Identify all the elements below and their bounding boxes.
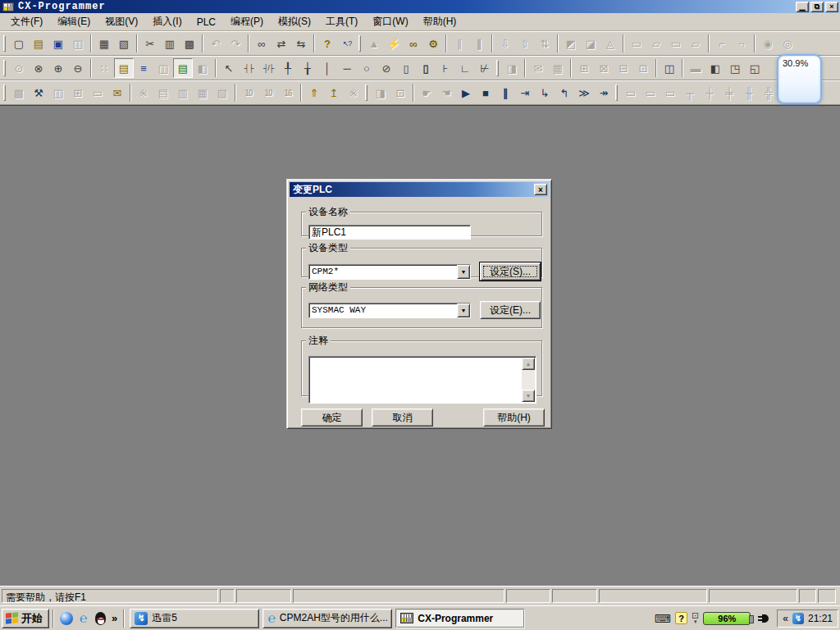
open-project-icon[interactable]: ▤ <box>29 34 48 53</box>
compile-all-icon[interactable]: ▩ <box>9 83 29 103</box>
io-comment-view-1-icon[interactable]: ▭ <box>621 83 641 103</box>
program-mode-icon[interactable]: ◬ <box>600 34 620 53</box>
window-io-table-icon[interactable]: ▱ <box>646 34 666 53</box>
work-bit-grid-1-icon[interactable]: ┬ <box>680 83 700 103</box>
edit-annotation-icon[interactable]: ⊠ <box>594 58 614 78</box>
io-comment-view-2-icon[interactable]: ▭ <box>641 83 660 103</box>
work-bit-grid-5-icon[interactable]: ╬ <box>759 83 778 103</box>
goto-rung-icon[interactable]: ※ <box>344 83 363 103</box>
new-closed-contact-icon[interactable]: ┤/├ <box>258 58 278 78</box>
pause-monitoring-icon[interactable]: ∥ <box>450 34 469 53</box>
tray-help-icon[interactable]: ? <box>675 612 687 624</box>
show-comments-icon[interactable]: ▦ <box>548 58 568 78</box>
menu-item[interactable]: 模拟(S) <box>271 12 318 31</box>
toggle-output-window-icon[interactable]: ≡ <box>134 58 153 78</box>
find-replace-icon[interactable]: ⇆ <box>291 34 311 53</box>
context-help-icon[interactable]: ↖? <box>337 34 357 53</box>
toggle-local-symbols-icon[interactable]: ▤ <box>173 58 193 78</box>
clear-breakpoints-icon[interactable]: ☚ <box>436 83 456 103</box>
export-program-icon[interactable]: ✉ <box>107 83 127 103</box>
new-closed-coil-icon[interactable]: ⊘ <box>377 58 396 78</box>
section-list-icon[interactable]: ▭ <box>88 83 107 103</box>
sim-pause-icon[interactable]: ∥ <box>495 83 515 103</box>
task-button-cx-programmer[interactable]: CX-Programmer <box>395 609 525 628</box>
rung-annotation-icon[interactable]: ▦ <box>193 83 212 103</box>
new-contact-icon[interactable]: ┤├ <box>239 58 258 78</box>
monitor-window-4-icon[interactable]: ◱ <box>745 58 765 78</box>
zoom-out-icon[interactable]: ⊖ <box>68 58 88 78</box>
toggle-cross-reference-icon[interactable]: ◧ <box>193 58 212 78</box>
show-grid-icon[interactable]: ∷ <box>94 58 114 78</box>
monitor-window-2-icon[interactable]: ◧ <box>705 58 725 78</box>
auto-online-icon[interactable]: ⚡ <box>384 34 404 53</box>
delete-line-icon[interactable]: ⊬ <box>475 58 495 78</box>
undo-icon[interactable]: ↶ <box>206 34 226 53</box>
menu-item[interactable]: 插入(I) <box>145 12 189 31</box>
quick-launch-overflow-chevron[interactable]: » <box>110 610 119 626</box>
online-edit-mode-icon[interactable]: ⚙ <box>423 34 443 53</box>
ok-button[interactable]: 确定 <box>301 409 363 427</box>
scroll-down-icon[interactable]: ▼ <box>522 390 535 402</box>
edit-address-icon[interactable]: ⊡ <box>633 58 653 78</box>
sim-step-run-icon[interactable]: ⇥ <box>515 83 535 103</box>
toggle-project-workspace-icon[interactable]: ▤ <box>114 58 134 78</box>
print-icon[interactable]: ▦ <box>94 34 114 53</box>
selection-mode-icon[interactable]: ↖ <box>219 58 239 78</box>
keyboard-layout-icon[interactable]: ⌨ <box>655 612 671 625</box>
internet-explorer-icon[interactable]: ℮ <box>75 610 91 626</box>
simulator-settings-icon[interactable]: ⊡ <box>390 83 410 103</box>
goto-next-icon[interactable]: ↥ <box>324 83 344 103</box>
work-bit-grid-2-icon[interactable]: ┼ <box>700 83 719 103</box>
online-edit-send-icon[interactable]: ◉ <box>758 34 778 53</box>
io-comment-view-3-icon[interactable]: ▭ <box>660 83 680 103</box>
goto-previous-icon[interactable]: ⇑ <box>304 83 324 103</box>
insert-rung-icon[interactable]: ✉ <box>528 58 548 78</box>
menu-item[interactable]: 编程(P) <box>223 12 271 31</box>
breakpoint-icon[interactable]: ☛ <box>417 83 436 103</box>
device-type-combo[interactable]: CPM2* ▼ <box>308 264 471 280</box>
new-line-connect-icon[interactable]: ∟ <box>455 58 475 78</box>
copy-icon[interactable]: ▥ <box>160 34 180 53</box>
zoom-to-fit-icon[interactable]: ⊙ <box>9 58 29 78</box>
download-to-plc-icon[interactable]: ⇩ <box>495 34 515 53</box>
upload-from-plc-icon[interactable]: ⇧ <box>515 34 535 53</box>
media-player-icon[interactable] <box>58 610 74 626</box>
help-topics-icon[interactable]: ? <box>317 34 337 53</box>
paste-icon[interactable]: ▩ <box>180 34 199 53</box>
menu-item[interactable]: 工具(T) <box>318 12 365 31</box>
program-properties-icon[interactable]: ⊞ <box>68 83 88 103</box>
simulator-window-icon[interactable]: ◨ <box>371 83 390 103</box>
monitor-window-1-icon[interactable]: ▬ <box>686 58 705 78</box>
pause-icon[interactable]: ∥ <box>469 34 489 53</box>
work-bit-grid-4-icon[interactable]: ╫ <box>739 83 759 103</box>
set-value-icon[interactable]: ⌐ <box>712 34 732 53</box>
device-name-input[interactable] <box>308 225 471 240</box>
battery-indicator[interactable]: 96% <box>703 612 751 625</box>
substitute-icon[interactable]: ⇄ <box>272 34 291 53</box>
sim-continuous-step-icon[interactable]: ≫ <box>574 83 594 103</box>
program-check-icon[interactable]: ◫ <box>48 83 68 103</box>
online-edit-cancel-icon[interactable]: ◎ <box>778 34 797 53</box>
monitor-decimal-icon[interactable]: 10 <box>239 83 258 103</box>
edit-symbols-icon[interactable]: ※ <box>134 83 153 103</box>
new-instruction-icon[interactable]: ▯ <box>416 58 436 78</box>
chevron-down-icon[interactable]: ▼ <box>457 265 470 279</box>
tray-overflow-chevron[interactable]: « <box>783 613 788 624</box>
sim-stop-icon[interactable]: ■ <box>476 83 495 103</box>
zoom-reset-icon[interactable]: ⊗ <box>29 58 48 78</box>
work-online-icon[interactable]: ▲ <box>364 34 384 53</box>
zoom-in-icon[interactable]: ⊕ <box>48 58 68 78</box>
address-reference-icon[interactable]: ▤ <box>153 83 173 103</box>
network-type-settings-button[interactable]: 设定(E)... <box>480 301 541 319</box>
scroll-up-icon[interactable]: ▲ <box>522 358 535 370</box>
new-file-icon[interactable]: ▢ <box>9 34 29 53</box>
split-window-icon[interactable]: ◫ <box>660 58 679 78</box>
minimize-button[interactable]: ▁ <box>796 2 809 12</box>
new-plc-instruction-icon[interactable]: ▯ <box>396 58 416 78</box>
toggle-watch-window-icon[interactable]: ◫ <box>153 58 173 78</box>
menu-item[interactable]: 视图(V) <box>98 12 145 31</box>
task-button-browser[interactable]: ℮ CPM2AH型号的用什么... <box>262 609 392 628</box>
menu-item[interactable]: PLC <box>189 14 223 30</box>
edit-rung-comment-icon[interactable]: ⊞ <box>574 58 594 78</box>
restore-button[interactable]: ⧉ <box>810 2 824 12</box>
